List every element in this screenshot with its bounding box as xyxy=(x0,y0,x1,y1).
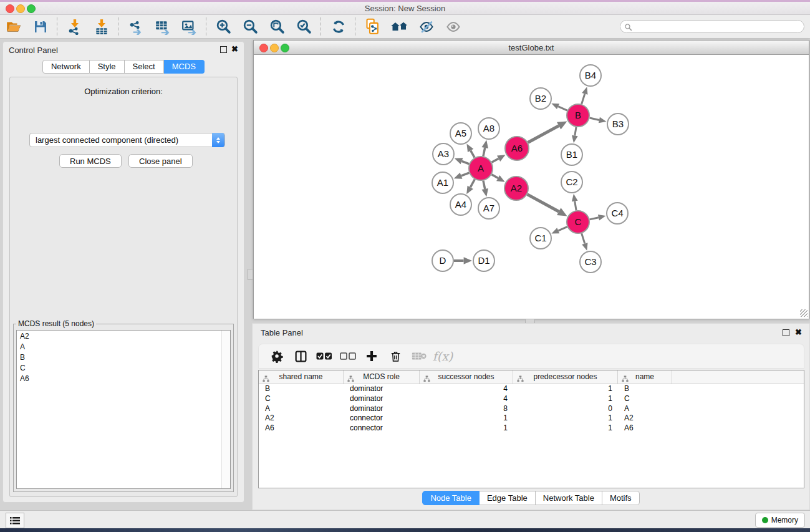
criterion-select[interactable]: largest connected component (directed) xyxy=(29,133,225,147)
edge-C-C2[interactable] xyxy=(572,194,578,210)
create-new-column-icon[interactable] xyxy=(360,347,383,365)
column-header-name[interactable]: name xyxy=(618,370,672,384)
edge-A2-C[interactable] xyxy=(528,195,567,216)
new-network-from-selection-icon[interactable] xyxy=(359,17,386,37)
network-node-C[interactable]: C xyxy=(567,211,589,233)
split-table-view-icon[interactable] xyxy=(289,347,312,365)
task-history-button[interactable] xyxy=(6,513,24,528)
edge-B-B3[interactable] xyxy=(590,117,607,123)
float-panel-icon[interactable] xyxy=(220,46,227,53)
network-node-D1[interactable]: D1 xyxy=(473,250,494,271)
zoom-in-icon[interactable] xyxy=(210,17,237,37)
column-header-predecessor-nodes[interactable]: predecessor nodes xyxy=(513,370,618,384)
column-header-MCDS-role[interactable]: MCDS role xyxy=(344,370,420,384)
float-table-panel-icon[interactable] xyxy=(783,329,789,336)
edge-B-B1[interactable] xyxy=(572,127,578,143)
network-node-D[interactable]: D xyxy=(432,250,453,271)
table-row[interactable]: Bdominator41B xyxy=(259,384,804,394)
edge-A-A3[interactable] xyxy=(455,158,470,164)
edge-C-C3[interactable] xyxy=(582,233,588,251)
tab-motifs[interactable]: Motifs xyxy=(602,491,640,505)
search-input[interactable] xyxy=(620,20,804,33)
hide-graphics-details-icon[interactable] xyxy=(413,17,440,37)
network-node-A[interactable]: A xyxy=(469,157,493,180)
close-table-panel-icon[interactable]: ✖ xyxy=(795,328,802,336)
column-header-successor-nodes[interactable]: successor nodes xyxy=(420,370,513,384)
tab-select[interactable]: Select xyxy=(125,60,164,74)
network-node-A7[interactable]: A7 xyxy=(478,198,499,219)
save-session-icon[interactable] xyxy=(27,17,54,37)
column-header-shared-name[interactable]: shared name xyxy=(259,370,344,384)
edge-B-B4[interactable] xyxy=(582,87,588,104)
edge-A-A6[interactable] xyxy=(492,155,506,162)
hide-all-columns-icon[interactable] xyxy=(336,347,360,365)
tab-mcds[interactable]: MCDS xyxy=(164,60,205,74)
network-node-B[interactable]: B xyxy=(567,104,589,127)
network-node-B1[interactable]: B1 xyxy=(561,144,582,165)
edge-C-C4[interactable] xyxy=(590,215,606,221)
edge-A-A4[interactable] xyxy=(466,180,475,195)
edge-A6-B[interactable] xyxy=(528,122,567,143)
table-settings-icon[interactable] xyxy=(265,347,289,365)
table-row[interactable]: Adominator80A xyxy=(259,404,804,414)
tab-style[interactable]: Style xyxy=(90,60,125,74)
network-node-C4[interactable]: C4 xyxy=(607,203,628,224)
import-table-from-file-icon[interactable] xyxy=(88,17,115,37)
mcds-result-item[interactable]: A6 xyxy=(17,373,230,384)
table-row[interactable]: A2connector11A2 xyxy=(259,414,804,423)
network-node-A3[interactable]: A3 xyxy=(433,143,454,165)
network-canvas[interactable]: AA1A2A3A4A5A6A7A8BB1B2B3B4CC1C2C3C4DD1 xyxy=(254,55,809,319)
mcds-result-item[interactable]: C xyxy=(17,362,230,373)
network-node-A2[interactable]: A2 xyxy=(504,177,528,200)
network-node-B4[interactable]: B4 xyxy=(580,65,601,86)
apply-preferred-layout-icon[interactable] xyxy=(325,17,352,37)
tab-network[interactable]: Network xyxy=(42,60,90,74)
zoom-out-icon[interactable] xyxy=(237,17,264,37)
memory-button[interactable]: Memory xyxy=(755,513,805,528)
network-node-C3[interactable]: C3 xyxy=(580,251,601,273)
network-graph[interactable]: AA1A2A3A4A5A6A7A8BB1B2B3B4CC1C2C3C4DD1 xyxy=(254,55,809,319)
mcds-result-item[interactable]: A2 xyxy=(17,331,230,341)
network-node-A6[interactable]: A6 xyxy=(505,137,529,160)
delete-columns-icon[interactable] xyxy=(383,347,407,365)
network-node-C2[interactable]: C2 xyxy=(561,172,582,193)
close-panel-button[interactable]: Close panel xyxy=(128,154,193,168)
edge-D-D1[interactable] xyxy=(454,257,472,264)
show-graphics-details-icon[interactable] xyxy=(440,17,466,37)
export-table-icon[interactable] xyxy=(149,17,176,37)
window-resize-grip[interactable] xyxy=(800,309,808,317)
import-network-from-file-icon[interactable] xyxy=(61,17,88,37)
tab-node-table[interactable]: Node Table xyxy=(422,491,480,505)
network-node-A8[interactable]: A8 xyxy=(478,118,499,139)
network-node-B3[interactable]: B3 xyxy=(607,114,629,135)
edge-C-C1[interactable] xyxy=(551,227,567,234)
edge-A-A8[interactable] xyxy=(481,140,488,157)
edge-A-A1[interactable] xyxy=(454,173,470,179)
network-node-A4[interactable]: A4 xyxy=(450,194,471,215)
network-node-A1[interactable]: A1 xyxy=(432,172,453,193)
scrollbar-track[interactable] xyxy=(221,331,230,488)
export-image-icon[interactable] xyxy=(176,17,203,37)
tab-edge-table[interactable]: Edge Table xyxy=(480,491,536,505)
tab-network-table[interactable]: Network Table xyxy=(536,491,602,505)
zoom-fit-content-icon[interactable] xyxy=(264,17,291,37)
zoom-selected-region-icon[interactable] xyxy=(291,17,317,37)
table-row[interactable]: A6connector11A6 xyxy=(259,423,804,433)
export-network-icon[interactable] xyxy=(122,17,149,37)
mcds-result-item[interactable]: B xyxy=(17,352,230,362)
network-node-C1[interactable]: C1 xyxy=(530,228,551,249)
show-all-columns-icon[interactable] xyxy=(312,347,336,365)
edge-A-A7[interactable] xyxy=(481,181,488,197)
open-session-icon[interactable] xyxy=(0,17,27,37)
table-row[interactable]: Cdominator41C xyxy=(259,394,804,404)
network-window-titlebar[interactable]: testGlobe.txt xyxy=(254,41,809,55)
edge-A-A2[interactable] xyxy=(491,175,504,182)
splitter-handle-vertical[interactable] xyxy=(248,269,253,280)
edge-A-A5[interactable] xyxy=(466,143,475,157)
mcds-result-item[interactable]: A xyxy=(17,341,230,352)
network-node-B2[interactable]: B2 xyxy=(530,88,551,109)
first-neighbors-icon[interactable] xyxy=(386,17,413,37)
edge-B-B2[interactable] xyxy=(551,104,567,110)
run-mcds-button[interactable]: Run MCDS xyxy=(59,154,122,168)
close-panel-icon[interactable]: ✖ xyxy=(231,45,238,53)
